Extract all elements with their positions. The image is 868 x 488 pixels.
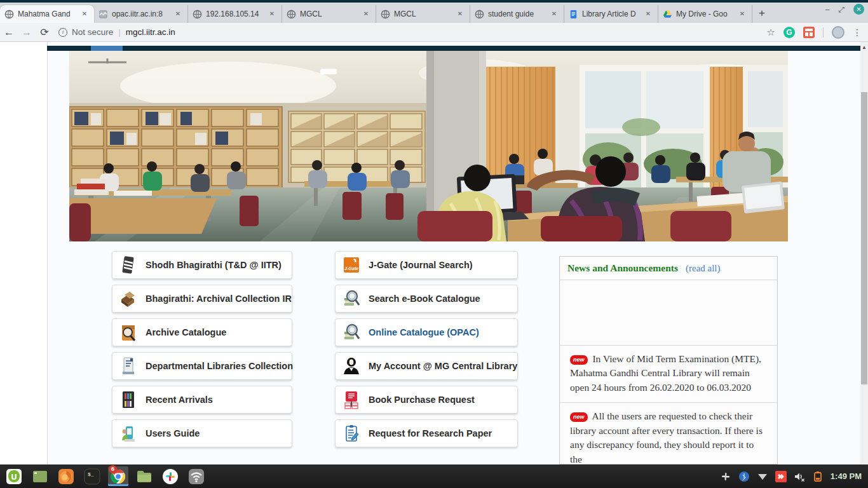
tab-title: student guide <box>488 10 545 18</box>
link-recent-arrivals[interactable]: Recent Arrivals <box>112 386 292 414</box>
tab-title: MGCL <box>394 10 451 18</box>
close-tab-icon[interactable]: ✕ <box>267 9 277 19</box>
scrollbar-thumb[interactable] <box>861 92 867 384</box>
minimize-button[interactable]: – <box>825 5 830 14</box>
chrome-window-count-badge: 6 <box>109 465 117 473</box>
terminal-button[interactable]: $_ <box>82 466 102 486</box>
tab-title: opac.iitr.ac.in:8 <box>112 10 169 18</box>
battery-icon[interactable] <box>812 471 824 482</box>
archive-boxes-icon <box>120 289 137 308</box>
refresh-button[interactable]: ⟳ <box>36 26 53 38</box>
news-panel: News and Announcements (read all) new In… <box>559 256 778 464</box>
bluetooth-icon[interactable] <box>738 471 750 482</box>
page-scrollbar[interactable]: ▲ <box>860 42 868 464</box>
link-users-guide[interactable]: Users Guide <box>112 419 292 447</box>
library-kiosk-icon <box>120 356 137 376</box>
network-signal-icon[interactable] <box>757 471 768 482</box>
tab-library-article[interactable]: Library Article D ✕ <box>564 5 658 23</box>
link-label: Departmental Libraries Collection <box>146 361 293 371</box>
security-label: Not secure <box>72 27 113 37</box>
close-tab-icon[interactable]: ✕ <box>173 9 183 19</box>
news-item-text: All the users are requested to check the… <box>570 410 763 464</box>
new-tab-button[interactable]: + <box>752 5 771 22</box>
link-research-paper-request[interactable]: Request for Research Paper <box>335 419 518 447</box>
maximize-button[interactable]: ⤢ <box>838 5 844 14</box>
new-badge: new <box>570 355 588 365</box>
close-window-button[interactable]: ✕ <box>853 4 864 15</box>
orange-extension-icon[interactable] <box>803 27 815 38</box>
close-tab-icon[interactable]: ✕ <box>549 9 559 19</box>
book-magnifier-icon <box>343 289 360 308</box>
forward-button[interactable]: → <box>18 27 36 38</box>
tab-opac[interactable]: opac.iitr.ac.in:8 ✕ <box>94 5 188 23</box>
library-photo <box>69 51 788 241</box>
info-icon[interactable]: i <box>58 28 67 37</box>
tab-my-drive[interactable]: My Drive - Goo ✕ <box>658 5 752 23</box>
broken-page-icon <box>98 10 108 19</box>
tab-title: My Drive - Goo <box>676 10 733 18</box>
google-docs-icon <box>569 10 578 19</box>
anydesk-icon[interactable] <box>775 471 787 482</box>
address-bar[interactable]: i Not secure | mgcl.iitr.ac.in <box>58 27 175 37</box>
tab-title: MGCL <box>300 10 357 18</box>
link-archive-catalogue[interactable]: Archive Catalogue <box>112 318 292 346</box>
news-item[interactable]: new In View of Mid Term Examination (MTE… <box>560 345 777 402</box>
link-departmental-libraries[interactable]: Departmental Libraries Collection <box>112 352 292 380</box>
back-button[interactable]: ← <box>0 27 18 38</box>
link-label: Recent Arrivals <box>146 395 213 405</box>
close-tab-icon[interactable]: ✕ <box>643 9 653 19</box>
red-book-icon <box>343 390 360 409</box>
link-jgate[interactable]: J-Gate J-Gate (Journal Search) <box>335 251 518 279</box>
tab-mgcl-1[interactable]: MGCL ✕ <box>282 5 376 23</box>
taskbar-apps: $_ 6 <box>0 466 207 486</box>
tab-mahatma-gandhi-library[interactable]: Mahatma Gand ✕ <box>0 5 94 23</box>
link-book-purchase[interactable]: Book Purchase Request <box>335 386 518 414</box>
svg-text:J-Gate: J-Gate <box>344 266 358 271</box>
tab-title: Mahatma Gand <box>18 10 76 18</box>
url-text[interactable]: mgcl.iitr.ac.in <box>126 27 175 37</box>
mint-menu-button[interactable] <box>4 466 24 486</box>
close-tab-icon[interactable]: ✕ <box>455 9 465 19</box>
network-app-button[interactable] <box>186 466 207 486</box>
firefox-button[interactable] <box>56 466 76 486</box>
link-label: Request for Research Paper <box>369 428 492 438</box>
quick-links-middle: J-Gate J-Gate (Journal Search) Search e-… <box>335 251 518 453</box>
close-tab-icon[interactable]: ✕ <box>737 9 747 19</box>
news-item-text: In View of Mid Term Examination (MTE), M… <box>570 353 761 393</box>
grammarly-extension-icon[interactable]: G <box>783 27 795 38</box>
link-label: J-Gate (Journal Search) <box>369 260 473 270</box>
tab-mgcl-2[interactable]: MGCL ✕ <box>376 5 470 23</box>
link-shodh-bhagirathi[interactable]: Shodh Bhagirathi (T&D @ IITR) <box>112 251 292 279</box>
link-label: Shodh Bhagirathi (T&D @ IITR) <box>146 260 281 270</box>
link-my-account[interactable]: My Account @ MG Central Library <box>335 352 518 380</box>
link-label: Users Guide <box>146 428 200 438</box>
slack-button[interactable] <box>160 466 180 486</box>
files-button[interactable] <box>134 466 154 486</box>
news-title: News and Announcements <box>567 262 678 274</box>
scroll-up-icon[interactable]: ▲ <box>860 42 868 50</box>
google-drive-icon <box>663 10 672 19</box>
slack-tray-icon[interactable] <box>720 471 731 482</box>
taskbar-clock[interactable]: 1:49 PM <box>831 471 862 481</box>
browser-menu-icon[interactable]: ⋮ <box>853 27 862 37</box>
show-desktop-button[interactable] <box>30 466 50 486</box>
close-tab-icon[interactable]: ✕ <box>361 9 371 19</box>
terminal-glyph: $_ <box>88 471 94 477</box>
volume-muted-icon[interactable] <box>794 471 805 482</box>
chrome-button[interactable]: 6 <box>108 466 128 486</box>
profile-avatar[interactable] <box>832 26 844 39</box>
globe-icon <box>193 10 202 19</box>
tab-ip-address[interactable]: 192.168.105.14 ✕ <box>188 5 282 23</box>
tab-student-guide[interactable]: student guide ✕ <box>470 5 564 23</box>
link-search-ebook[interactable]: Search e-Book Catalogue <box>335 285 518 313</box>
news-item[interactable]: new All the users are requested to check… <box>560 402 777 464</box>
link-label: Bhagirathi: Archival Collection IR <box>146 294 292 304</box>
new-badge: new <box>570 412 588 422</box>
link-bhagirathi-archival[interactable]: Bhagirathi: Archival Collection IR <box>112 285 292 313</box>
read-all-link[interactable]: (read all) <box>686 263 721 274</box>
link-online-catalogue-opac[interactable]: Online Catalogue (OPAC) <box>335 318 518 346</box>
bookmark-star-icon[interactable]: ☆ <box>767 27 775 38</box>
webpage: Shodh Bhagirathi (T&D @ IITR) Bhagirathi… <box>0 42 860 464</box>
link-label: Online Catalogue (OPAC) <box>369 327 479 337</box>
close-tab-icon[interactable]: ✕ <box>79 9 90 19</box>
